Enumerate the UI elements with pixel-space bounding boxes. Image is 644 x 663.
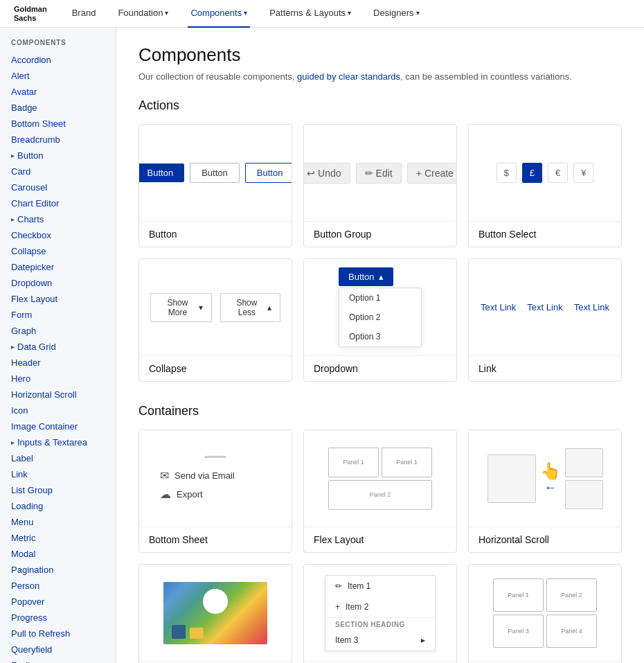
react-grid-layout-card[interactable]: Panel 1 Panel 2 Panel 3 Panel 4 React G — [468, 564, 622, 663]
sidebar-item-image-container[interactable]: Image Container — [0, 418, 116, 434]
bottom-sheet-card[interactable]: ✉ Send via Email ☁ Export Bottom Sheet — [138, 430, 292, 553]
currency-dollar[interactable]: $ — [497, 163, 517, 183]
chevron-down-icon: ▾ — [348, 9, 351, 17]
sidebar-item-graph[interactable]: Graph — [0, 323, 116, 339]
text-link-3[interactable]: Text Link — [574, 302, 609, 312]
chevron-right-icon: ▸ — [11, 152, 15, 159]
sidebar-item-flex-layout[interactable]: Flex Layout — [0, 291, 116, 307]
grid-panel-2: Panel 2 — [546, 578, 597, 612]
sidebar-item-pagination[interactable]: Pagination — [0, 562, 116, 578]
sidebar-item-dropdown[interactable]: Dropdown — [0, 275, 116, 291]
edit-button[interactable]: ✏ Edit — [356, 163, 402, 184]
nav-brand[interactable]: Brand — [69, 0, 99, 28]
nav-designers[interactable]: Designers ▾ — [370, 0, 422, 28]
button-select-card[interactable]: $ £ € ¥ Button Select — [468, 124, 622, 247]
sidebar-item-data-grid[interactable]: ▸ Data Grid — [0, 339, 116, 355]
sidebar-item-datepicker[interactable]: Datepicker — [0, 259, 116, 275]
sidebar-item-charts[interactable]: ▸ Charts — [0, 211, 116, 227]
plus-icon: + — [335, 602, 340, 612]
sidebar-item-hero[interactable]: Hero — [0, 371, 116, 387]
image-container-card[interactable]: Image Container — [138, 564, 292, 663]
currency-yen[interactable]: ¥ — [573, 163, 593, 183]
link-card[interactable]: Text Link Text Link Text Link Link — [468, 258, 622, 382]
sidebar-item-horizontal-scroll[interactable]: Horizontal Scroll — [0, 387, 116, 403]
sidebar-item-modal[interactable]: Modal — [0, 546, 116, 562]
sidebar-item-breadcrumb[interactable]: Breadcrumb — [0, 132, 116, 148]
sidebar-item-chart-editor[interactable]: Chart Editor — [0, 195, 116, 211]
horizontal-scroll-card[interactable]: 👆 → Horizontal Scroll — [468, 430, 622, 553]
dropdown-card[interactable]: Button ▴ Option 1 Option 2 Option 3 Drop… — [303, 258, 457, 382]
sidebar-item-metric[interactable]: Metric — [0, 530, 116, 546]
sidebar: COMPONENTS Accordion Alert Avatar Badge … — [0, 28, 116, 663]
subtitle-link[interactable]: guided by clear standards — [297, 71, 400, 82]
create-button[interactable]: + Create — [407, 163, 457, 184]
chevron-down-icon: ▾ — [199, 303, 203, 312]
nav-components[interactable]: Components ▾ — [188, 0, 250, 28]
top-navigation: Goldman Sachs Brand Foundation ▾ Compone… — [0, 0, 644, 28]
sidebar-item-person[interactable]: Person — [0, 578, 116, 594]
sidebar-item-form[interactable]: Form — [0, 307, 116, 323]
show-less-button[interactable]: Show Less ▴ — [220, 293, 280, 322]
menu-card[interactable]: ✏ Item 1 + Item 2 SECTION HEADING Item 3… — [303, 564, 457, 663]
chevron-up-icon: ▴ — [379, 272, 384, 282]
undo-button[interactable]: ↩ Undo — [303, 163, 350, 184]
sidebar-item-inputs[interactable]: ▸ Inputs & Textarea — [0, 434, 116, 450]
sidebar-item-header[interactable]: Header — [0, 355, 116, 371]
chevron-down-icon: ▾ — [416, 9, 420, 17]
flex-layout-card-label: Flex Layout — [304, 527, 456, 552]
sidebar-item-radio[interactable]: Radio — [0, 657, 116, 663]
sidebar-item-list-group[interactable]: List Group — [0, 482, 116, 498]
sidebar-item-bottom-sheet[interactable]: Bottom Sheet — [0, 116, 116, 132]
button-select-preview: $ £ € ¥ — [469, 125, 621, 222]
dropdown-trigger-button[interactable]: Button ▴ — [339, 267, 393, 286]
sidebar-item-pull-to-refresh[interactable]: Pull to Refresh — [0, 626, 116, 642]
sidebar-item-avatar[interactable]: Avatar — [0, 84, 116, 100]
button-card[interactable]: Button Button Button Button — [138, 124, 292, 247]
show-more-button[interactable]: Show More ▾ — [150, 293, 212, 322]
sidebar-item-icon[interactable]: Icon — [0, 403, 116, 418]
text-link-2[interactable]: Text Link — [527, 302, 562, 312]
menu-item-3[interactable]: Item 3 ▸ — [325, 630, 435, 651]
currency-euro[interactable]: € — [548, 163, 568, 183]
chevron-down-icon: ▾ — [165, 9, 168, 17]
button-outline[interactable]: Button — [245, 163, 292, 183]
export-icon: ☁ — [160, 488, 171, 501]
image-square-decoration — [172, 625, 186, 639]
sidebar-item-accordion[interactable]: Accordion — [0, 52, 116, 68]
chevron-right-icon: ▸ — [11, 439, 15, 446]
sidebar-item-queryfield[interactable]: Queryfield — [0, 642, 116, 657]
button-group-card[interactable]: ↩ Undo ✏ Edit + Create Button Group — [303, 124, 457, 247]
hscroll-arrow-icon: 👆 — [540, 461, 561, 481]
flex-layout-card[interactable]: Panel 1 Panel 1 Panel 2 Flex Layout — [303, 430, 457, 553]
bottom-sheet-item-export: ☁ Export — [160, 488, 203, 501]
horizontal-scroll-preview: 👆 → — [469, 430, 621, 527]
dropdown-option-1[interactable]: Option 1 — [339, 288, 421, 308]
sidebar-item-loading[interactable]: Loading — [0, 498, 116, 514]
menu-item-1[interactable]: ✏ Item 1 — [325, 576, 435, 596]
sidebar-item-checkbox[interactable]: Checkbox — [0, 227, 116, 243]
nav-patterns[interactable]: Patterns & Layouts ▾ — [267, 0, 354, 28]
dropdown-option-2[interactable]: Option 2 — [339, 308, 421, 327]
menu-item-2[interactable]: + Item 2 — [325, 596, 435, 617]
nav-foundation[interactable]: Foundation ▾ — [115, 0, 171, 28]
sidebar-item-popover[interactable]: Popover — [0, 594, 116, 610]
button-primary[interactable]: Button — [138, 163, 184, 182]
text-link-1[interactable]: Text Link — [481, 302, 516, 312]
sidebar-item-menu[interactable]: Menu — [0, 514, 116, 530]
currency-pound[interactable]: £ — [522, 163, 542, 183]
sidebar-item-link[interactable]: Link — [0, 466, 116, 482]
sidebar-item-alert[interactable]: Alert — [0, 68, 116, 84]
dropdown-option-3[interactable]: Option 3 — [339, 327, 421, 346]
button-secondary[interactable]: Button — [190, 163, 240, 183]
sidebar-item-carousel[interactable]: Carousel — [0, 179, 116, 195]
sidebar-item-button[interactable]: ▸ Button — [0, 148, 116, 163]
bottom-sheet-card-label: Bottom Sheet — [139, 527, 292, 552]
sidebar-item-card[interactable]: Card — [0, 163, 116, 179]
collapse-card[interactable]: Show More ▾ Show Less ▴ Collapse — [138, 258, 292, 382]
sidebar-item-progress[interactable]: Progress — [0, 610, 116, 626]
sidebar-item-badge[interactable]: Badge — [0, 100, 116, 116]
sidebar-item-collapse[interactable]: Collapse — [0, 243, 116, 259]
link-preview: Text Link Text Link Text Link — [469, 259, 621, 356]
horizontal-scroll-card-label: Horizontal Scroll — [469, 527, 621, 552]
sidebar-item-label[interactable]: Label — [0, 450, 116, 466]
